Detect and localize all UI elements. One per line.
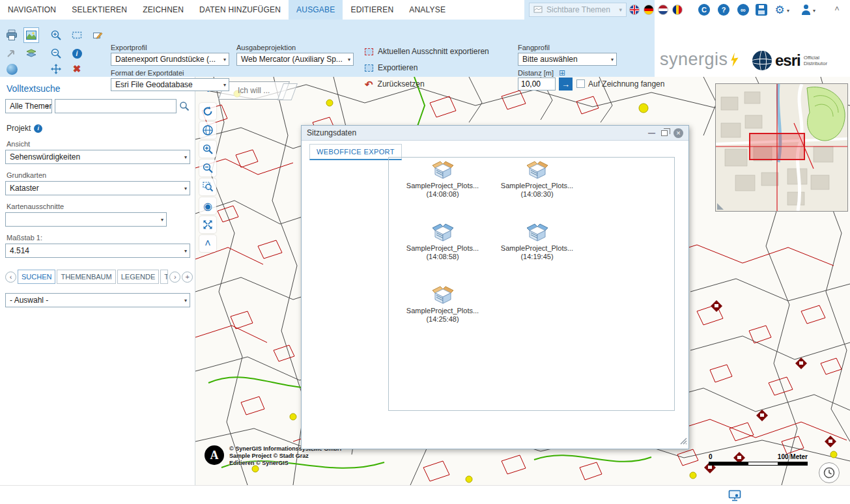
menu-item-selektieren[interactable]: SELEKTIEREN <box>64 0 135 20</box>
user-caret-icon: ▾ <box>813 8 815 14</box>
settings-gear-icon[interactable]: ⚙ <box>774 4 786 16</box>
dashed-rectangle-icon <box>70 29 83 42</box>
copyright-info-icon[interactable]: C <box>698 4 710 16</box>
tab-legende[interactable]: LEGENDE <box>117 270 160 284</box>
themes-filter-select[interactable]: Alle Themen ▾ <box>5 99 52 113</box>
menu-item-ausgabe[interactable]: AUSGABE <box>289 0 343 20</box>
export-file-item[interactable]: SampleProject_Plots... (14:08:58) <box>395 223 490 285</box>
collapse-toolbar-icon[interactable]: ˄ <box>831 4 843 14</box>
menu-item-editieren[interactable]: EDITIEREN <box>343 0 401 20</box>
map-zoom-out-button[interactable] <box>199 160 216 176</box>
tabs-scroll-left-button[interactable]: ‹ <box>5 272 16 283</box>
export-format-value: Esri File Geodatabase <box>115 80 193 89</box>
reset-action[interactable]: ↶ Zurücksetzen <box>365 79 425 89</box>
add-tab-button[interactable]: + <box>182 272 193 283</box>
save-session-icon[interactable] <box>756 4 767 16</box>
dialog-resize-handle[interactable] <box>680 436 687 447</box>
sphere-icon <box>7 64 18 75</box>
distance-label: Distanz [m] <box>518 69 554 77</box>
magnifier-rectangle-icon <box>202 181 214 193</box>
export-profile-select[interactable]: Datenexport Grundstücke (... ▾ <box>111 53 229 66</box>
basemap-select[interactable]: Kataster ▾ <box>5 181 190 195</box>
info-icon: i <box>72 49 82 59</box>
chevron-down-icon: ▾ <box>184 248 187 254</box>
identify-tool-button[interactable]: i <box>69 46 85 61</box>
tab-themenbaum[interactable]: THEMENBAUM <box>57 270 115 284</box>
refresh-map-button[interactable] <box>199 103 216 120</box>
select-extent-tool-button[interactable] <box>69 27 85 43</box>
panel-tabs: ‹ SUCHEN THEMENBAUM LEGENDE THEM › + <box>5 270 190 284</box>
projection-select[interactable]: Web Mercator (Auxiliary Sp... ▾ <box>236 53 354 66</box>
reset-label: Zurücksetzen <box>378 79 425 89</box>
grid-table-icon[interactable]: ⊞ <box>559 68 565 77</box>
history-clock-button[interactable] <box>819 462 840 483</box>
export-format-select[interactable]: Esri File Geodatabase ▾ <box>111 78 229 91</box>
esri-official: Official <box>804 55 827 61</box>
chevron-down-icon: ▾ <box>611 57 614 63</box>
search-submit-button[interactable] <box>179 100 190 113</box>
scale-value: 4.514 <box>10 246 29 255</box>
center-map-button[interactable]: ◉ <box>199 197 216 214</box>
language-flag-nl-icon[interactable] <box>658 5 668 15</box>
remote-session-monitor-icon[interactable] <box>728 490 741 504</box>
apply-distance-button[interactable]: → <box>559 77 573 91</box>
visible-themes-button[interactable]: Sichtbare Themen ▾ <box>529 3 627 17</box>
export-map-image-tool-button[interactable] <box>23 27 39 43</box>
overview-resize-icon[interactable] <box>717 203 724 210</box>
snap-to-drawing-label: Auf Zeichnung fangen <box>588 79 664 89</box>
fullscreen-button[interactable] <box>199 216 216 233</box>
zoom-out-tool-button[interactable] <box>48 46 64 61</box>
tab-themen-clipped[interactable]: THEM <box>160 270 168 284</box>
export-file-item[interactable]: SampleProject_Plots... (14:08:08) <box>395 160 490 223</box>
globe-3d-tool-button[interactable] <box>4 61 20 77</box>
delete-tool-button[interactable]: ✖ <box>69 61 85 77</box>
menu-item-navigation[interactable]: NAVIGATION <box>0 0 64 20</box>
full-extent-button[interactable] <box>199 122 216 139</box>
selection-select[interactable]: - Auswahl - ▾ <box>5 293 190 307</box>
export-action[interactable]: Exportieren <box>365 63 418 72</box>
view-select[interactable]: Sehenswürdigkeiten ▾ <box>5 150 190 164</box>
layers-tool-button[interactable] <box>23 46 39 61</box>
menu-item-daten-hinzufuegen[interactable]: DATEN HINZUFÜGEN <box>191 0 289 20</box>
distance-input[interactable] <box>518 77 556 91</box>
menu-item-zeichnen[interactable]: ZEICHNEN <box>135 0 191 20</box>
brand-area: synergis esri Official Distributor <box>655 20 850 77</box>
export-file-item[interactable]: SampleProject_Plots... (14:08:30) <box>490 160 584 223</box>
user-account-icon[interactable] <box>800 4 812 16</box>
export-file-item[interactable]: SampleProject_Plots... (14:25:48) <box>395 285 490 348</box>
overview-map[interactable] <box>715 83 848 212</box>
language-flag-ro-icon[interactable] <box>672 5 683 15</box>
pan-tool-button[interactable] <box>48 61 64 77</box>
scale-label: Maßstab 1: <box>7 234 190 242</box>
zoom-in-tool-button[interactable] <box>48 27 64 43</box>
esri-logo: esri Official Distributor <box>752 51 827 70</box>
print-tool-button[interactable] <box>4 27 20 43</box>
language-flag-de-icon[interactable] <box>644 5 654 15</box>
language-flag-en-icon[interactable] <box>629 5 640 15</box>
scale-select[interactable]: 4.514 ▾ <box>5 244 190 258</box>
export-current-extent-action[interactable]: Aktuellen Ausschnitt exportieren <box>365 47 489 56</box>
zoom-to-rectangle-button[interactable] <box>199 178 216 195</box>
menu-item-analyse[interactable]: ANALYSE <box>401 0 453 20</box>
share-tool-button[interactable] <box>4 46 20 61</box>
credit-line: Sample Project © Stadt Graz <box>229 453 341 460</box>
export-file-item[interactable]: SampleProject_Plots... (14:19:45) <box>490 223 584 285</box>
share-link-icon[interactable]: ∞ <box>737 4 749 16</box>
dialog-title-bar[interactable]: Sitzungsdaten — × <box>302 126 688 141</box>
snap-to-drawing-checkbox[interactable] <box>576 79 585 88</box>
basemaps-label: Grundkarten <box>7 171 190 179</box>
project-info-icon[interactable]: i <box>34 124 42 133</box>
map-zoom-in-button[interactable] <box>199 141 216 158</box>
snap-profile-select[interactable]: Bitte auswählen ▾ <box>518 53 617 66</box>
collapse-tools-button[interactable]: ˄ <box>199 235 216 252</box>
minimize-button[interactable]: — <box>648 129 655 137</box>
tabs-scroll-right-button[interactable]: › <box>169 272 180 283</box>
file-name: SampleProject_Plots... <box>490 182 584 190</box>
restore-button[interactable] <box>661 130 668 136</box>
tab-suchen[interactable]: SUCHEN <box>18 270 55 284</box>
search-input[interactable] <box>55 99 177 113</box>
help-icon[interactable]: ? <box>718 4 730 16</box>
map-extents-select[interactable]: ▾ <box>5 212 167 227</box>
close-button[interactable]: × <box>673 128 683 138</box>
export-drawing-tool-button[interactable] <box>90 27 106 43</box>
